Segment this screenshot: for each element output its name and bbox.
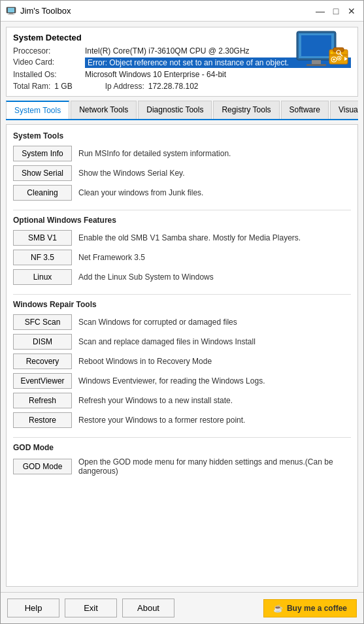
- sfc-scan-desc: Scan Windows for corrupted or damaged fi…: [78, 318, 351, 327]
- cleaning-desc: Clean your windows from Junk files.: [78, 188, 351, 197]
- refresh-button[interactable]: Refresh: [13, 393, 72, 408]
- ip-value: 172.28.78.102: [148, 82, 199, 91]
- smb-v1-button[interactable]: SMB V1: [13, 230, 72, 246]
- windows-repair-section: Windows Repair Tools SFC Scan Scan Windo…: [13, 300, 351, 428]
- divider-2: [13, 294, 351, 295]
- recovery-button[interactable]: Recovery: [13, 353, 72, 369]
- tab-registry-tools[interactable]: Registry Tools: [213, 101, 279, 119]
- recovery-desc: Reboot Windows in to Recovery Mode: [78, 357, 351, 366]
- nf35-desc: Net Framework 3.5: [78, 253, 351, 262]
- tab-software[interactable]: Software: [281, 101, 329, 119]
- svg-rect-3: [8, 14, 14, 14]
- tool-row-nf35: NF 3.5 Net Framework 3.5: [13, 250, 351, 265]
- tab-network-tools[interactable]: Network Tools: [71, 101, 137, 119]
- ram-pair: Total Ram: 1 GB: [13, 82, 73, 91]
- nf35-button[interactable]: NF 3.5: [13, 250, 72, 265]
- tool-row-show-serial: Show Serial Show the Windows Serial Key.: [13, 165, 351, 181]
- window-controls: — □ ✕: [314, 5, 358, 18]
- tool-row-eventviewer: EventViewer Windows Eventviewer, for rea…: [13, 373, 351, 389]
- ram-ip-row: Total Ram: 1 GB Ip Address: 172.28.78.10…: [13, 82, 351, 91]
- svg-rect-1: [8, 8, 14, 12]
- computer-illustration: ★: [293, 30, 352, 83]
- system-detected-panel: System Detected: [6, 27, 358, 97]
- god-mode-section: GOD Mode GOD Mode Open the GOD mode menu…: [13, 443, 351, 476]
- main-window: Jim's Toolbox — □ ✕ System Detected: [0, 0, 364, 624]
- minimize-button[interactable]: —: [314, 5, 327, 18]
- close-button[interactable]: ✕: [345, 5, 358, 18]
- system-info-desc: Run MSInfo for detailed system informati…: [78, 149, 351, 158]
- cleaning-button[interactable]: Cleaning: [13, 185, 72, 201]
- monitor-svg: ★: [293, 30, 352, 81]
- tool-row-sfc: SFC Scan Scan Windows for corrupted or d…: [13, 314, 351, 330]
- tool-row-recovery: Recovery Reboot Windows in to Recovery M…: [13, 353, 351, 369]
- ip-pair: Ip Address: 172.28.78.102: [105, 82, 199, 91]
- svg-rect-7: [312, 60, 321, 65]
- svg-rect-10: [333, 48, 344, 52]
- processor-label: Proccesor:: [13, 46, 85, 56]
- window-title: Jim's Toolbox: [20, 6, 71, 16]
- god-mode-button[interactable]: GOD Mode: [13, 459, 72, 474]
- linux-button[interactable]: Linux: [13, 269, 72, 285]
- tool-row-restore: Restore Restore your Windows to a former…: [13, 412, 351, 428]
- svg-rect-6: [301, 35, 331, 56]
- smb-v1-desc: Enable the old SMB V1 Samba share. Mostl…: [78, 233, 351, 242]
- tab-system-tools[interactable]: System Tools: [6, 101, 69, 119]
- title-bar: Jim's Toolbox — □ ✕: [1, 1, 363, 22]
- tab-visual[interactable]: Visual: [330, 101, 358, 119]
- coffee-icon: ☕: [273, 604, 283, 613]
- optional-features-section: Optional Windows Features SMB V1 Enable …: [13, 216, 351, 285]
- maximize-button[interactable]: □: [329, 5, 342, 18]
- svg-rect-8: [306, 64, 326, 66]
- system-tools-section: System Tools System Info Run MSInfo for …: [13, 131, 351, 201]
- restore-desc: Restore your Windows to a former restore…: [78, 416, 351, 425]
- optional-features-title: Optional Windows Features: [13, 216, 351, 225]
- windows-repair-title: Windows Repair Tools: [13, 300, 351, 309]
- help-button[interactable]: Help: [7, 599, 59, 617]
- ip-label: Ip Address:: [105, 82, 144, 91]
- footer: Help Exit About ☕ Buy me a coffee: [1, 592, 363, 623]
- os-label: Installed Os:: [13, 70, 85, 79]
- tool-row-god-mode: GOD Mode Open the GOD mode menu for many…: [13, 457, 351, 476]
- svg-rect-2: [9, 13, 13, 14]
- dism-button[interactable]: DISM: [13, 334, 72, 350]
- title-bar-left: Jim's Toolbox: [6, 6, 71, 16]
- tool-row-smb: SMB V1 Enable the old SMB V1 Samba share…: [13, 230, 351, 246]
- god-mode-desc: Open the GOD mode menu for many hidden s…: [78, 457, 351, 476]
- svg-point-15: [333, 59, 335, 61]
- linux-desc: Add the Linux Sub System to Windows: [78, 272, 351, 282]
- system-info-button[interactable]: System Info: [13, 146, 72, 161]
- dism-desc: Scan and replace damaged files in Window…: [78, 337, 351, 346]
- eventviewer-button[interactable]: EventViewer: [13, 373, 72, 389]
- ram-value: 1 GB: [54, 82, 72, 91]
- system-tools-title: System Tools: [13, 131, 351, 140]
- svg-text:★: ★: [330, 51, 333, 55]
- about-button[interactable]: About: [122, 599, 174, 617]
- tool-row-cleaning: Cleaning Clean your windows from Junk fi…: [13, 185, 351, 201]
- tab-bar: System Tools Network Tools Diagnostic To…: [6, 101, 358, 120]
- main-content: System Detected: [1, 22, 363, 592]
- show-serial-desc: Show the Windows Serial Key.: [78, 169, 351, 178]
- tab-content-system: System Tools System Info Run MSInfo for …: [6, 124, 358, 587]
- tool-row-linux: Linux Add the Linux Sub System to Window…: [13, 269, 351, 285]
- tool-row-refresh: Refresh Refresh your Windows to a new in…: [13, 393, 351, 408]
- tab-diagnostic-tools[interactable]: Diagnostic Tools: [138, 101, 212, 119]
- god-mode-title: GOD Mode: [13, 443, 351, 452]
- restore-button[interactable]: Restore: [13, 412, 72, 428]
- divider-3: [13, 437, 351, 438]
- show-serial-button[interactable]: Show Serial: [13, 165, 72, 181]
- app-icon: [6, 6, 16, 16]
- ram-label: Total Ram:: [13, 82, 50, 91]
- video-label: Video Card:: [13, 57, 85, 68]
- buy-coffee-button[interactable]: ☕ Buy me a coffee: [263, 599, 357, 617]
- eventviewer-desc: Windows Eventviewer, for reading the Win…: [78, 376, 351, 386]
- tool-row-system-info: System Info Run MSInfo for detailed syst…: [13, 146, 351, 161]
- exit-button[interactable]: Exit: [65, 599, 117, 617]
- svg-point-17: [339, 57, 340, 59]
- tool-row-dism: DISM Scan and replace damaged files in W…: [13, 334, 351, 350]
- sfc-scan-button[interactable]: SFC Scan: [13, 314, 72, 330]
- coffee-label: Buy me a coffee: [287, 604, 347, 613]
- refresh-desc: Refresh your Windows to a new install st…: [78, 396, 351, 405]
- divider-1: [13, 210, 351, 210]
